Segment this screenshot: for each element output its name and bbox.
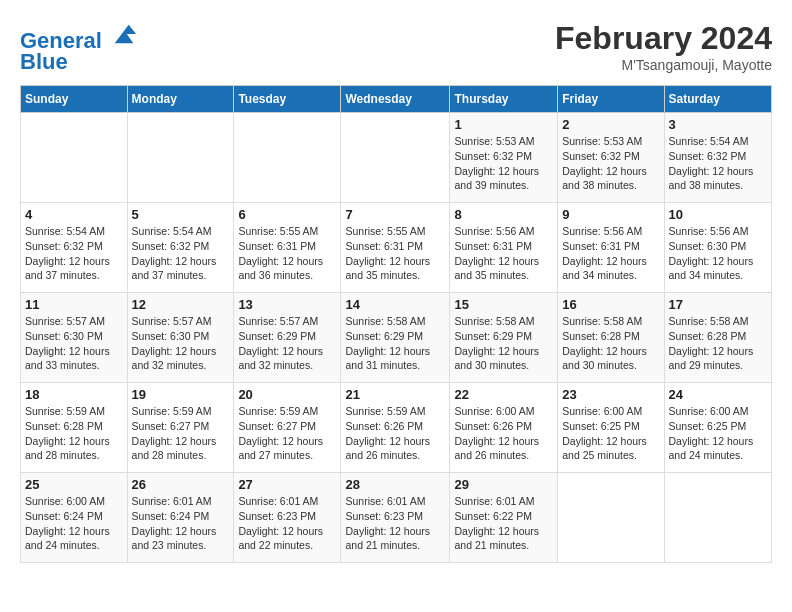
calendar-cell [664,473,771,563]
day-number: 24 [669,387,767,402]
day-info: Sunrise: 5:59 AM Sunset: 6:28 PM Dayligh… [25,404,123,463]
month-title: February 2024 [555,20,772,57]
calendar-header-row: SundayMondayTuesdayWednesdayThursdayFrid… [21,86,772,113]
col-header-monday: Monday [127,86,234,113]
col-header-wednesday: Wednesday [341,86,450,113]
day-info: Sunrise: 5:58 AM Sunset: 6:28 PM Dayligh… [562,314,659,373]
calendar-cell: 16Sunrise: 5:58 AM Sunset: 6:28 PM Dayli… [558,293,664,383]
day-number: 11 [25,297,123,312]
day-info: Sunrise: 5:56 AM Sunset: 6:30 PM Dayligh… [669,224,767,283]
day-number: 22 [454,387,553,402]
day-number: 19 [132,387,230,402]
calendar-cell: 12Sunrise: 5:57 AM Sunset: 6:30 PM Dayli… [127,293,234,383]
page-header: General Blue February 2024 M'Tsangamouji… [20,20,772,75]
week-row-2: 4Sunrise: 5:54 AM Sunset: 6:32 PM Daylig… [21,203,772,293]
day-info: Sunrise: 6:01 AM Sunset: 6:22 PM Dayligh… [454,494,553,553]
day-number: 13 [238,297,336,312]
calendar-cell: 23Sunrise: 6:00 AM Sunset: 6:25 PM Dayli… [558,383,664,473]
col-header-saturday: Saturday [664,86,771,113]
day-info: Sunrise: 5:57 AM Sunset: 6:30 PM Dayligh… [25,314,123,373]
day-info: Sunrise: 6:01 AM Sunset: 6:24 PM Dayligh… [132,494,230,553]
day-number: 26 [132,477,230,492]
day-number: 4 [25,207,123,222]
calendar-cell: 6Sunrise: 5:55 AM Sunset: 6:31 PM Daylig… [234,203,341,293]
calendar-cell: 7Sunrise: 5:55 AM Sunset: 6:31 PM Daylig… [341,203,450,293]
day-info: Sunrise: 6:01 AM Sunset: 6:23 PM Dayligh… [238,494,336,553]
day-info: Sunrise: 6:00 AM Sunset: 6:26 PM Dayligh… [454,404,553,463]
week-row-3: 11Sunrise: 5:57 AM Sunset: 6:30 PM Dayli… [21,293,772,383]
calendar-cell: 11Sunrise: 5:57 AM Sunset: 6:30 PM Dayli… [21,293,128,383]
day-number: 14 [345,297,445,312]
day-number: 10 [669,207,767,222]
calendar-cell: 8Sunrise: 5:56 AM Sunset: 6:31 PM Daylig… [450,203,558,293]
calendar-cell [341,113,450,203]
week-row-1: 1Sunrise: 5:53 AM Sunset: 6:32 PM Daylig… [21,113,772,203]
day-info: Sunrise: 5:55 AM Sunset: 6:31 PM Dayligh… [238,224,336,283]
svg-marker-0 [115,25,136,44]
day-info: Sunrise: 5:56 AM Sunset: 6:31 PM Dayligh… [454,224,553,283]
calendar-cell: 15Sunrise: 5:58 AM Sunset: 6:29 PM Dayli… [450,293,558,383]
calendar-cell [234,113,341,203]
calendar-cell: 14Sunrise: 5:58 AM Sunset: 6:29 PM Dayli… [341,293,450,383]
calendar-cell: 2Sunrise: 5:53 AM Sunset: 6:32 PM Daylig… [558,113,664,203]
day-info: Sunrise: 5:58 AM Sunset: 6:28 PM Dayligh… [669,314,767,373]
day-info: Sunrise: 6:00 AM Sunset: 6:25 PM Dayligh… [669,404,767,463]
calendar-cell: 25Sunrise: 6:00 AM Sunset: 6:24 PM Dayli… [21,473,128,563]
day-number: 21 [345,387,445,402]
day-number: 8 [454,207,553,222]
day-number: 23 [562,387,659,402]
col-header-friday: Friday [558,86,664,113]
day-info: Sunrise: 5:54 AM Sunset: 6:32 PM Dayligh… [132,224,230,283]
calendar-cell: 22Sunrise: 6:00 AM Sunset: 6:26 PM Dayli… [450,383,558,473]
week-row-5: 25Sunrise: 6:00 AM Sunset: 6:24 PM Dayli… [21,473,772,563]
day-info: Sunrise: 6:00 AM Sunset: 6:24 PM Dayligh… [25,494,123,553]
calendar-cell: 29Sunrise: 6:01 AM Sunset: 6:22 PM Dayli… [450,473,558,563]
calendar-cell [558,473,664,563]
calendar-cell: 17Sunrise: 5:58 AM Sunset: 6:28 PM Dayli… [664,293,771,383]
day-number: 2 [562,117,659,132]
day-info: Sunrise: 6:01 AM Sunset: 6:23 PM Dayligh… [345,494,445,553]
week-row-4: 18Sunrise: 5:59 AM Sunset: 6:28 PM Dayli… [21,383,772,473]
calendar-cell: 1Sunrise: 5:53 AM Sunset: 6:32 PM Daylig… [450,113,558,203]
calendar-cell: 9Sunrise: 5:56 AM Sunset: 6:31 PM Daylig… [558,203,664,293]
calendar-cell: 4Sunrise: 5:54 AM Sunset: 6:32 PM Daylig… [21,203,128,293]
calendar-cell: 10Sunrise: 5:56 AM Sunset: 6:30 PM Dayli… [664,203,771,293]
day-number: 25 [25,477,123,492]
calendar-cell: 5Sunrise: 5:54 AM Sunset: 6:32 PM Daylig… [127,203,234,293]
calendar-cell [21,113,128,203]
day-info: Sunrise: 5:58 AM Sunset: 6:29 PM Dayligh… [345,314,445,373]
day-info: Sunrise: 5:57 AM Sunset: 6:29 PM Dayligh… [238,314,336,373]
day-number: 3 [669,117,767,132]
day-number: 5 [132,207,230,222]
logo-blue: Blue [20,49,138,75]
calendar-cell: 24Sunrise: 6:00 AM Sunset: 6:25 PM Dayli… [664,383,771,473]
day-info: Sunrise: 5:54 AM Sunset: 6:32 PM Dayligh… [25,224,123,283]
day-number: 1 [454,117,553,132]
calendar-cell: 27Sunrise: 6:01 AM Sunset: 6:23 PM Dayli… [234,473,341,563]
logo-icon [110,20,138,48]
day-number: 27 [238,477,336,492]
col-header-sunday: Sunday [21,86,128,113]
day-info: Sunrise: 5:54 AM Sunset: 6:32 PM Dayligh… [669,134,767,193]
day-number: 20 [238,387,336,402]
day-number: 28 [345,477,445,492]
col-header-tuesday: Tuesday [234,86,341,113]
day-info: Sunrise: 5:55 AM Sunset: 6:31 PM Dayligh… [345,224,445,283]
calendar-body: 1Sunrise: 5:53 AM Sunset: 6:32 PM Daylig… [21,113,772,563]
day-info: Sunrise: 5:53 AM Sunset: 6:32 PM Dayligh… [562,134,659,193]
calendar-cell: 19Sunrise: 5:59 AM Sunset: 6:27 PM Dayli… [127,383,234,473]
col-header-thursday: Thursday [450,86,558,113]
day-info: Sunrise: 5:59 AM Sunset: 6:27 PM Dayligh… [238,404,336,463]
calendar-table: SundayMondayTuesdayWednesdayThursdayFrid… [20,85,772,563]
day-number: 7 [345,207,445,222]
day-info: Sunrise: 5:53 AM Sunset: 6:32 PM Dayligh… [454,134,553,193]
day-number: 18 [25,387,123,402]
day-info: Sunrise: 6:00 AM Sunset: 6:25 PM Dayligh… [562,404,659,463]
day-number: 15 [454,297,553,312]
day-info: Sunrise: 5:57 AM Sunset: 6:30 PM Dayligh… [132,314,230,373]
calendar-cell: 28Sunrise: 6:01 AM Sunset: 6:23 PM Dayli… [341,473,450,563]
calendar-cell: 20Sunrise: 5:59 AM Sunset: 6:27 PM Dayli… [234,383,341,473]
calendar-cell: 3Sunrise: 5:54 AM Sunset: 6:32 PM Daylig… [664,113,771,203]
day-info: Sunrise: 5:59 AM Sunset: 6:27 PM Dayligh… [132,404,230,463]
day-number: 9 [562,207,659,222]
